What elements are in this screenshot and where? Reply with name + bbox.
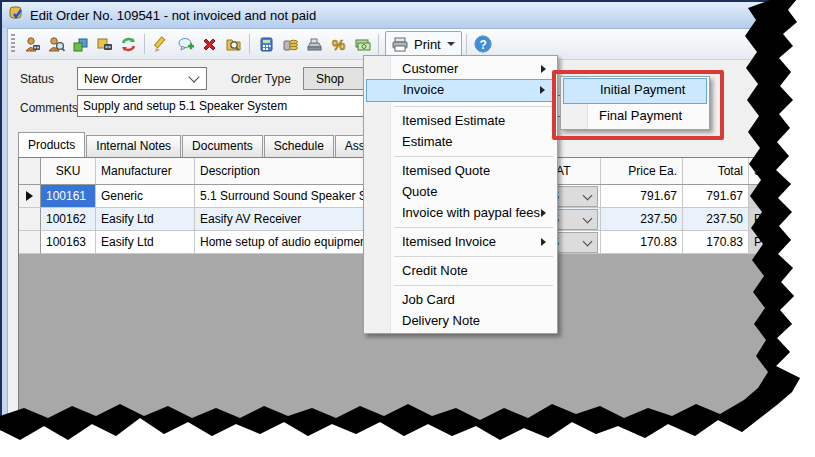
menu-item-delivery-note[interactable]: Delivery Note — [366, 310, 555, 331]
tab-internal-notes[interactable]: Internal Notes — [86, 135, 181, 157]
menu-item-job-card[interactable]: Job Card — [366, 289, 555, 310]
row-selector[interactable] — [19, 231, 41, 254]
grid-header-sku[interactable]: SKU — [41, 158, 96, 184]
discount-percent-icon[interactable]: % — [326, 32, 350, 56]
submenu-arrow-icon — [541, 65, 546, 73]
grid-header-manufacturer[interactable]: Manufacturer — [96, 158, 195, 184]
cell-price[interactable]: 170.83 — [601, 231, 683, 254]
current-row-arrow-icon — [26, 191, 33, 201]
comments-label: Comments — [20, 101, 78, 115]
menu-item-invoice[interactable]: Invoice — [366, 79, 555, 102]
cell-sku[interactable]: 100161 — [41, 185, 96, 208]
status-combobox[interactable]: New Order — [77, 67, 207, 90]
toolbar-separator — [144, 34, 145, 54]
edit-pencil-icon[interactable] — [149, 32, 173, 56]
menu-separator — [364, 152, 557, 160]
menu-item-invoice-paypal-fees[interactable]: Invoice with paypal fees — [366, 202, 555, 223]
status-value: New Order — [78, 72, 190, 86]
products-icon[interactable] — [68, 32, 92, 56]
customer-history-icon[interactable] — [20, 32, 44, 56]
order-type-label: Order Type — [231, 72, 291, 86]
print-button-label: Print — [414, 37, 441, 52]
menu-item-estimate[interactable]: Estimate — [366, 131, 555, 152]
printer-icon — [392, 37, 409, 52]
cell-manufacturer[interactable]: Easify Ltd — [96, 231, 195, 254]
menu-separator — [364, 102, 557, 110]
chevron-down-icon — [188, 71, 199, 82]
menu-item-quote[interactable]: Quote — [366, 181, 555, 202]
menu-item-itemised-quote[interactable]: Itemised Quote — [366, 160, 555, 181]
print-dropdown-arrow-icon — [447, 42, 455, 46]
menu-item-itemised-invoice[interactable]: Itemised Invoice — [366, 231, 555, 252]
banknotes-icon[interactable] — [350, 32, 374, 56]
print-button[interactable]: Print — [385, 31, 462, 57]
status-label: Status — [20, 72, 54, 86]
cell-status[interactable]: Pu — [749, 208, 815, 231]
cell-sku[interactable]: 100163 — [41, 231, 96, 254]
toolbar-separator — [249, 34, 250, 54]
cell-price[interactable]: 237.50 — [601, 208, 683, 231]
chevron-down-icon — [583, 190, 593, 200]
order-type-value: Shop — [304, 72, 344, 86]
cell-manufacturer[interactable]: Easify Ltd — [96, 208, 195, 231]
grid-header-selector[interactable] — [19, 158, 41, 184]
submenu-arrow-icon — [541, 238, 546, 246]
tab-schedule[interactable]: Schedule — [264, 135, 334, 157]
chevron-down-icon — [583, 236, 593, 246]
product-history-icon[interactable] — [92, 32, 116, 56]
menu-separator — [364, 252, 557, 260]
tab-documents[interactable]: Documents — [182, 135, 263, 157]
menu-separator — [364, 281, 557, 289]
svg-text:%: % — [332, 36, 345, 53]
toolbar-separator — [466, 34, 467, 54]
row-selector-current[interactable] — [19, 185, 41, 208]
title-bar: Edit Order No. 109541 - not invoiced and… — [2, 2, 804, 29]
submenu-arrow-icon — [541, 209, 546, 217]
menu-item-itemised-estimate[interactable]: Itemised Estimate — [366, 110, 555, 131]
search-folder-icon[interactable] — [221, 32, 245, 56]
payments-icon[interactable] — [278, 32, 302, 56]
help-icon[interactable]: ? — [471, 32, 495, 56]
calculator-icon[interactable] — [254, 32, 278, 56]
toolbar-grip[interactable] — [11, 34, 15, 54]
row-selector[interactable] — [19, 208, 41, 231]
grid-header-status[interactable]: Sta — [749, 158, 815, 184]
window-title: Edit Order No. 109541 - not invoiced and… — [30, 8, 316, 23]
menu-separator — [364, 223, 557, 231]
grid-header-price[interactable]: Price Ea. — [601, 158, 683, 184]
cell-price[interactable]: 791.67 — [601, 185, 683, 208]
app-icon — [8, 5, 24, 25]
svg-text:?: ? — [479, 38, 486, 52]
add-comment-icon[interactable] — [173, 32, 197, 56]
cell-total[interactable]: 170.83 — [683, 231, 749, 254]
cell-status[interactable]: Purc — [749, 185, 815, 208]
submenu-arrow-icon — [540, 86, 545, 94]
cell-sku[interactable]: 100162 — [41, 208, 96, 231]
screenshot-canvas: Edit Order No. 109541 - not invoiced and… — [0, 0, 815, 457]
cell-total[interactable]: 237.50 — [683, 208, 749, 231]
print-menu: Customer Invoice Itemised Estimate Estim… — [363, 55, 558, 334]
menu-item-customer[interactable]: Customer — [366, 58, 555, 79]
customer-search-icon[interactable] — [44, 32, 68, 56]
annotation-highlight-box — [552, 70, 724, 140]
toolbar-separator — [378, 34, 379, 54]
menu-item-credit-note[interactable]: Credit Note — [366, 260, 555, 281]
delete-icon[interactable] — [197, 32, 221, 56]
window-left-border — [2, 28, 8, 448]
grid-header-total[interactable]: Total — [683, 158, 749, 184]
cell-status[interactable]: Pu — [749, 231, 815, 254]
chevron-down-icon — [583, 213, 593, 223]
cell-manufacturer[interactable]: Generic — [96, 185, 195, 208]
tab-products[interactable]: Products — [18, 132, 85, 157]
cell-total[interactable]: 791.67 — [683, 185, 749, 208]
cash-register-icon[interactable] — [302, 32, 326, 56]
refresh-exchange-icon[interactable] — [116, 32, 140, 56]
